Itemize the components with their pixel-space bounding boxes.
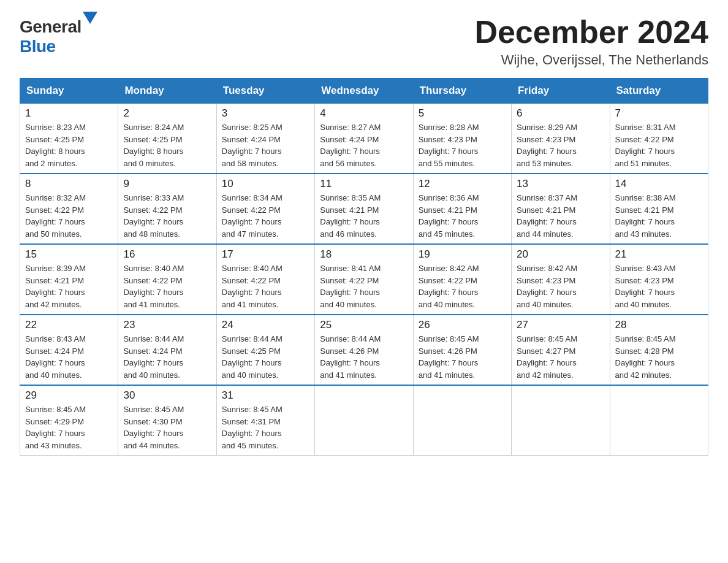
- day-number: 18: [320, 248, 408, 261]
- day-info: Sunrise: 8:45 AMSunset: 4:28 PMDaylight:…: [615, 333, 703, 381]
- calendar-cell: 14 Sunrise: 8:38 AMSunset: 4:21 PMDaylig…: [610, 174, 708, 244]
- calendar-cell: 10 Sunrise: 8:34 AMSunset: 4:22 PMDaylig…: [216, 174, 314, 244]
- day-number: 12: [419, 178, 506, 190]
- calendar-cell: 13 Sunrise: 8:37 AMSunset: 4:21 PMDaylig…: [512, 174, 610, 244]
- day-number: 30: [123, 389, 211, 402]
- calendar-week-2: 8 Sunrise: 8:32 AMSunset: 4:22 PMDayligh…: [20, 174, 708, 244]
- day-number: 2: [123, 107, 211, 120]
- day-info: Sunrise: 8:32 AMSunset: 4:22 PMDaylight:…: [25, 192, 113, 240]
- day-info: Sunrise: 8:42 AMSunset: 4:23 PMDaylight:…: [517, 262, 604, 310]
- day-number: 11: [320, 178, 408, 190]
- calendar-cell: 20 Sunrise: 8:42 AMSunset: 4:23 PMDaylig…: [512, 244, 610, 315]
- calendar-week-1: 1 Sunrise: 8:23 AMSunset: 4:25 PMDayligh…: [20, 104, 708, 174]
- logo-triangle-icon: [83, 12, 97, 34]
- calendar-week-3: 15 Sunrise: 8:39 AMSunset: 4:21 PMDaylig…: [20, 244, 708, 315]
- day-number: 13: [517, 178, 604, 190]
- day-number: 6: [517, 107, 604, 120]
- logo-general-text: General: [20, 17, 82, 36]
- day-number: 3: [222, 107, 309, 120]
- header-day-sunday: Sunday: [20, 79, 118, 104]
- calendar-cell: 19 Sunrise: 8:42 AMSunset: 4:22 PMDaylig…: [413, 244, 511, 315]
- calendar-title: December 2024: [474, 15, 708, 50]
- day-info: Sunrise: 8:24 AMSunset: 4:25 PMDaylight:…: [123, 121, 211, 169]
- day-info: Sunrise: 8:40 AMSunset: 4:22 PMDaylight:…: [123, 262, 211, 310]
- calendar-cell: 9 Sunrise: 8:33 AMSunset: 4:22 PMDayligh…: [118, 174, 216, 244]
- day-info: Sunrise: 8:45 AMSunset: 4:26 PMDaylight:…: [419, 333, 506, 381]
- day-info: Sunrise: 8:36 AMSunset: 4:21 PMDaylight:…: [419, 192, 506, 240]
- day-info: Sunrise: 8:45 AMSunset: 4:31 PMDaylight:…: [222, 404, 309, 451]
- day-info: Sunrise: 8:25 AMSunset: 4:24 PMDaylight:…: [222, 121, 309, 169]
- day-info: Sunrise: 8:34 AMSunset: 4:22 PMDaylight:…: [222, 192, 309, 240]
- day-info: Sunrise: 8:23 AMSunset: 4:25 PMDaylight:…: [25, 121, 113, 169]
- header-day-thursday: Thursday: [413, 79, 511, 104]
- header-day-tuesday: Tuesday: [216, 79, 314, 104]
- day-info: Sunrise: 8:41 AMSunset: 4:22 PMDaylight:…: [320, 262, 408, 310]
- calendar-cell: 29 Sunrise: 8:45 AMSunset: 4:29 PMDaylig…: [20, 385, 118, 456]
- logo: General Blue: [20, 17, 97, 56]
- day-number: 28: [615, 319, 703, 331]
- day-number: 1: [25, 107, 113, 120]
- day-info: Sunrise: 8:44 AMSunset: 4:25 PMDaylight:…: [222, 333, 309, 381]
- day-number: 9: [123, 178, 211, 190]
- calendar-table: SundayMondayTuesdayWednesdayThursdayFrid…: [20, 78, 708, 456]
- calendar-cell: 30 Sunrise: 8:45 AMSunset: 4:30 PMDaylig…: [118, 385, 216, 456]
- logo-blue-text: Blue: [20, 37, 56, 56]
- day-number: 26: [419, 319, 506, 331]
- day-info: Sunrise: 8:43 AMSunset: 4:23 PMDaylight:…: [615, 262, 703, 310]
- day-number: 19: [419, 248, 506, 261]
- calendar-cell: [512, 385, 610, 456]
- day-info: Sunrise: 8:44 AMSunset: 4:24 PMDaylight:…: [123, 333, 211, 381]
- day-number: 20: [517, 248, 604, 261]
- day-number: 4: [320, 107, 408, 120]
- day-number: 24: [222, 319, 309, 331]
- day-number: 22: [25, 319, 113, 331]
- calendar-cell: 17 Sunrise: 8:40 AMSunset: 4:22 PMDaylig…: [216, 244, 314, 315]
- calendar-cell: 2 Sunrise: 8:24 AMSunset: 4:25 PMDayligh…: [118, 104, 216, 174]
- header-day-wednesday: Wednesday: [315, 79, 413, 104]
- calendar-cell: [413, 385, 511, 456]
- day-info: Sunrise: 8:43 AMSunset: 4:24 PMDaylight:…: [25, 333, 113, 381]
- day-number: 25: [320, 319, 408, 331]
- calendar-cell: 15 Sunrise: 8:39 AMSunset: 4:21 PMDaylig…: [20, 244, 118, 315]
- calendar-cell: 4 Sunrise: 8:27 AMSunset: 4:24 PMDayligh…: [315, 104, 413, 174]
- day-number: 23: [123, 319, 211, 331]
- day-info: Sunrise: 8:28 AMSunset: 4:23 PMDaylight:…: [419, 121, 506, 169]
- calendar-cell: 8 Sunrise: 8:32 AMSunset: 4:22 PMDayligh…: [20, 174, 118, 244]
- day-number: 31: [222, 389, 309, 402]
- calendar-cell: 16 Sunrise: 8:40 AMSunset: 4:22 PMDaylig…: [118, 244, 216, 315]
- day-info: Sunrise: 8:27 AMSunset: 4:24 PMDaylight:…: [320, 121, 408, 169]
- calendar-cell: 25 Sunrise: 8:44 AMSunset: 4:26 PMDaylig…: [315, 315, 413, 385]
- calendar-cell: 22 Sunrise: 8:43 AMSunset: 4:24 PMDaylig…: [20, 315, 118, 385]
- day-info: Sunrise: 8:33 AMSunset: 4:22 PMDaylight:…: [123, 192, 211, 240]
- calendar-header-row: SundayMondayTuesdayWednesdayThursdayFrid…: [20, 79, 708, 104]
- day-number: 29: [25, 389, 113, 402]
- calendar-cell: 28 Sunrise: 8:45 AMSunset: 4:28 PMDaylig…: [610, 315, 708, 385]
- calendar-cell: 11 Sunrise: 8:35 AMSunset: 4:21 PMDaylig…: [315, 174, 413, 244]
- day-info: Sunrise: 8:42 AMSunset: 4:22 PMDaylight:…: [419, 262, 506, 310]
- page-header: General Blue December 2024 Wijhe, Overij…: [20, 15, 708, 68]
- day-info: Sunrise: 8:45 AMSunset: 4:29 PMDaylight:…: [25, 404, 113, 451]
- calendar-subtitle: Wijhe, Overijssel, The Netherlands: [474, 52, 708, 68]
- calendar-cell: [315, 385, 413, 456]
- day-number: 14: [615, 178, 703, 190]
- calendar-cell: 12 Sunrise: 8:36 AMSunset: 4:21 PMDaylig…: [413, 174, 511, 244]
- calendar-cell: 18 Sunrise: 8:41 AMSunset: 4:22 PMDaylig…: [315, 244, 413, 315]
- calendar-cell: 23 Sunrise: 8:44 AMSunset: 4:24 PMDaylig…: [118, 315, 216, 385]
- title-block: December 2024 Wijhe, Overijssel, The Net…: [474, 15, 708, 68]
- day-number: 5: [419, 107, 506, 120]
- day-info: Sunrise: 8:38 AMSunset: 4:21 PMDaylight:…: [615, 192, 703, 240]
- calendar-cell: 21 Sunrise: 8:43 AMSunset: 4:23 PMDaylig…: [610, 244, 708, 315]
- calendar-cell: 26 Sunrise: 8:45 AMSunset: 4:26 PMDaylig…: [413, 315, 511, 385]
- header-day-saturday: Saturday: [610, 79, 708, 104]
- calendar-week-4: 22 Sunrise: 8:43 AMSunset: 4:24 PMDaylig…: [20, 315, 708, 385]
- calendar-week-5: 29 Sunrise: 8:45 AMSunset: 4:29 PMDaylig…: [20, 385, 708, 456]
- calendar-cell: 31 Sunrise: 8:45 AMSunset: 4:31 PMDaylig…: [216, 385, 314, 456]
- day-info: Sunrise: 8:40 AMSunset: 4:22 PMDaylight:…: [222, 262, 309, 310]
- calendar-cell: 1 Sunrise: 8:23 AMSunset: 4:25 PMDayligh…: [20, 104, 118, 174]
- day-info: Sunrise: 8:35 AMSunset: 4:21 PMDaylight:…: [320, 192, 408, 240]
- calendar-cell: 3 Sunrise: 8:25 AMSunset: 4:24 PMDayligh…: [216, 104, 314, 174]
- header-day-friday: Friday: [512, 79, 610, 104]
- day-number: 21: [615, 248, 703, 261]
- calendar-cell: 7 Sunrise: 8:31 AMSunset: 4:22 PMDayligh…: [610, 104, 708, 174]
- day-number: 16: [123, 248, 211, 261]
